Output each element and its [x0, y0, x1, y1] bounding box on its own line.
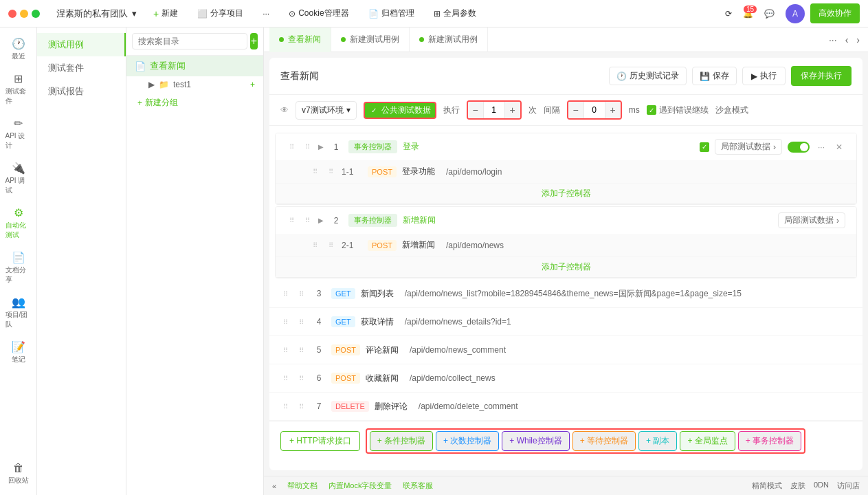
more-icon[interactable]: ··· — [815, 141, 827, 153]
collapse-icon[interactable]: « — [272, 482, 276, 490]
tree-item-test1[interactable]: ▶ 📁 test1 + — [140, 76, 263, 93]
step-row-3[interactable]: ⠿ ⠿ 3 GET 新闻列表 /api/demo/news_list?mobil… — [269, 280, 863, 308]
tabs-prev-button[interactable]: ‹ — [843, 32, 852, 48]
refresh-button[interactable]: ⟳ — [720, 6, 737, 21]
error-checkbox[interactable]: ✓ — [647, 105, 656, 115]
sidebar-item-project[interactable]: 👥 项目/团队 — [3, 292, 34, 333]
cond-ctrl-button[interactable]: + 条件控制器 — [370, 431, 433, 451]
save-exec-button[interactable]: 保存并执行 — [791, 66, 852, 86]
public-data-button[interactable]: ✓ 公共测试数据 — [364, 102, 436, 119]
sidebar-item-trash[interactable]: 🗑 回收站 — [3, 458, 34, 490]
add-sub-ctrl-2[interactable]: 添加子控制器 — [276, 257, 856, 278]
step-group-2-header[interactable]: ⠿ ⠿ ▶ 2 事务控制器 新增新闻 局部测试数据 › — [276, 207, 856, 234]
save-button[interactable]: 💾 保存 — [692, 67, 737, 85]
step-row-5[interactable]: ⠿ ⠿ 5 POST 评论新闻 /api/demo/news_comment — [269, 336, 863, 364]
nav-test-reports[interactable]: 测试报告 — [37, 80, 126, 103]
add-item-icon[interactable]: + — [250, 80, 255, 89]
exec-count-minus[interactable]: − — [468, 102, 483, 118]
copy-button[interactable]: + 副本 — [638, 431, 677, 451]
env-selector[interactable]: v7测试环境 ▾ — [296, 101, 357, 120]
tree-item-news[interactable]: 📄 查看新闻 — [126, 56, 263, 76]
search-input[interactable] — [132, 33, 247, 50]
full-btn[interactable]: + 全局监点 — [680, 431, 735, 451]
wait-ctrl-button[interactable]: + 等待控制器 — [572, 431, 636, 451]
sidebar-item-doc[interactable]: 📄 文档分享 — [3, 247, 34, 289]
exec-count-plus[interactable]: + — [505, 102, 520, 118]
drag-handle[interactable]: ⠿ — [280, 317, 291, 327]
notification-button[interactable]: 🔔 15 — [743, 9, 753, 19]
drag-handle[interactable]: ⠿ — [280, 402, 291, 412]
help-link[interactable]: 帮助文档 — [287, 481, 318, 491]
sidebar-item-autotest[interactable]: ⚙ 自动化测试 — [3, 202, 34, 244]
local-data-button[interactable]: 局部测试数据 › — [778, 212, 845, 228]
chevron-down-icon[interactable]: ▾ — [132, 8, 137, 19]
cookie-manager-button[interactable]: ⊙ Cookie管理器 — [283, 5, 354, 22]
drag-handle[interactable]: ⠿ — [280, 373, 291, 384]
drag-handle-2[interactable]: ⠿ — [326, 166, 336, 177]
drag-handle[interactable]: ⠿ — [310, 166, 320, 177]
expand-icon[interactable]: ▶ — [318, 143, 324, 151]
tabs-more-button[interactable]: ··· — [826, 32, 840, 48]
new-group-button[interactable]: + 新建分组 — [126, 93, 263, 113]
count-ctrl-button[interactable]: + 次数控制器 — [436, 431, 499, 451]
tab-new-case-1[interactable]: 新建测试用例 — [331, 28, 410, 52]
interval-field[interactable] — [583, 102, 605, 118]
new-button[interactable]: + 新建 — [148, 5, 183, 22]
interval-minus[interactable]: − — [568, 102, 583, 118]
close-icon[interactable]: ✕ — [833, 141, 845, 153]
local-data-button[interactable]: 局部测试数据 › — [715, 139, 782, 155]
sidebar-item-test-suite[interactable]: ⊞ 测试套件 — [3, 68, 34, 110]
step-row-6[interactable]: ⠿ ⠿ 6 POST 收藏新闻 /api/demo/collect_news — [269, 364, 863, 393]
tab-new-case-2[interactable]: 新建测试用例 — [410, 28, 488, 52]
minimize-traffic-light[interactable] — [20, 10, 28, 18]
step-group-1-header[interactable]: ⠿ ⠿ ▶ 1 事务控制器 登录 ✓ 局部测试数据 › ··· — [276, 133, 856, 160]
while-ctrl-button[interactable]: + While控制器 — [502, 431, 569, 451]
tabs-next-button[interactable]: › — [854, 32, 863, 48]
drag-handle[interactable]: ⠿ — [287, 142, 297, 152]
sidebar-item-notes[interactable]: 📝 笔记 — [3, 336, 34, 368]
drag-handle[interactable]: ⠿ — [280, 289, 291, 299]
visit-btn[interactable]: 访问店 — [837, 481, 860, 491]
sidebar-item-api-debug[interactable]: 🔌 API 调试 — [3, 157, 34, 199]
0dn-link[interactable]: 0DN — [814, 481, 829, 491]
drag-handle-2[interactable]: ⠿ — [296, 345, 307, 355]
collab-button[interactable]: 高效协作 — [810, 3, 860, 23]
fullscreen-traffic-light[interactable] — [32, 10, 40, 18]
history-button[interactable]: 🕐 历史测试记录 — [609, 67, 687, 85]
step-toggle[interactable] — [788, 142, 810, 153]
tab-view-news[interactable]: 查看新闻 — [269, 28, 331, 52]
http-request-button[interactable]: + HTTP请求接口 — [280, 431, 360, 451]
exec-button[interactable]: ▶ 执行 — [742, 67, 786, 85]
drag-handle-2[interactable]: ⠿ — [326, 240, 336, 250]
contact-link[interactable]: 联系客服 — [403, 481, 433, 491]
drag-handle-2[interactable]: ⠿ — [302, 215, 313, 226]
nav-test-cases[interactable]: 测试用例 — [37, 33, 126, 56]
exec-count-field[interactable] — [483, 102, 505, 118]
more-button[interactable]: ··· — [257, 6, 275, 21]
step-row-7[interactable]: ⠿ ⠿ 7 DELETE 删除评论 /api/demo/delete_comme… — [269, 393, 863, 421]
simple-mode-link[interactable]: 精简模式 — [752, 481, 782, 491]
drag-handle-2[interactable]: ⠿ — [296, 402, 307, 412]
add-case-button[interactable]: + — [250, 33, 258, 50]
expand-icon[interactable]: ▶ — [318, 217, 324, 224]
feedback-button[interactable]: 💬 — [759, 6, 780, 21]
archive-manager-button[interactable]: 📄 归档管理 — [363, 5, 420, 22]
drag-handle[interactable]: ⠿ — [287, 215, 297, 226]
drag-handle-2[interactable]: ⠿ — [296, 317, 307, 327]
drag-handle-2[interactable]: ⠿ — [296, 373, 307, 384]
drag-handle[interactable]: ⠿ — [280, 345, 291, 355]
sidebar-item-recent[interactable]: 🕐 最近 — [3, 33, 34, 65]
drag-handle-2[interactable]: ⠿ — [296, 289, 307, 299]
drag-handle-2[interactable]: ⠿ — [302, 142, 313, 152]
share-project-button[interactable]: ⬜ 分享项目 — [192, 5, 249, 22]
drag-handle[interactable]: ⠿ — [310, 240, 320, 250]
nav-test-suites[interactable]: 测试套件 — [37, 56, 126, 80]
add-sub-ctrl-1[interactable]: 添加子控制器 — [276, 184, 856, 204]
skin-link[interactable]: 皮肤 — [790, 481, 805, 491]
biz-ctrl-button[interactable]: + 事务控制器 — [738, 431, 801, 451]
sidebar-item-api-design[interactable]: ✏ API 设计 — [3, 113, 34, 155]
step-row-4[interactable]: ⠿ ⠿ 4 GET 获取详情 /api/demo/news_details?id… — [269, 308, 863, 336]
global-params-button[interactable]: ⊞ 全局参数 — [428, 5, 482, 22]
close-traffic-light[interactable] — [8, 10, 16, 18]
mock-link[interactable]: 内置Mock字段变量 — [329, 481, 392, 491]
